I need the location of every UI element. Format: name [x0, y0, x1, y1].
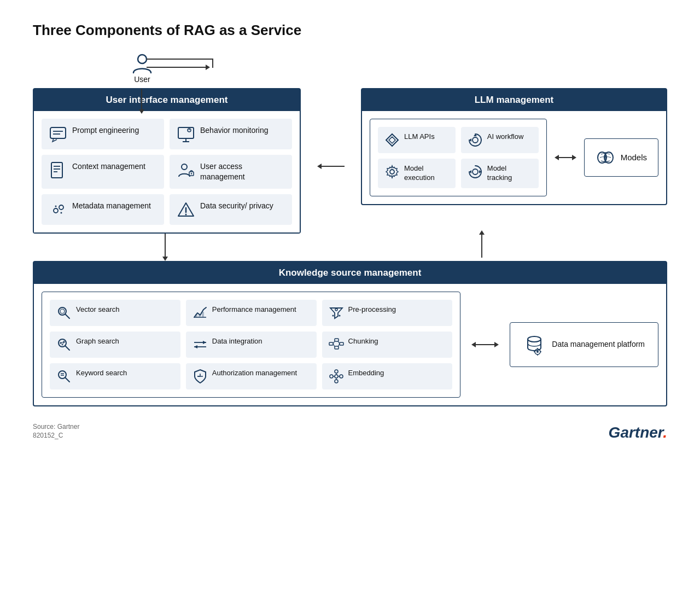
svg-marker-22	[317, 164, 322, 169]
svg-rect-60	[340, 342, 343, 345]
svg-rect-40	[195, 314, 197, 317]
uim-item-prompt-text: Prompt engineering	[72, 125, 139, 136]
ksm-item-keyword-text: Keyword search	[76, 369, 127, 378]
uim-item-user-access: User access management	[170, 155, 292, 189]
llm-panel: LLM management LLM APIs	[361, 88, 667, 205]
svg-point-15	[54, 208, 58, 213]
ksm-item-data-integration: Data integration	[186, 332, 317, 358]
svg-line-63	[338, 341, 340, 344]
uim-item-metadata-text: Metadata management	[72, 201, 151, 211]
network-icon	[329, 337, 344, 352]
gear-icon	[384, 164, 400, 179]
arrows-h-icon	[192, 337, 208, 352]
uim-item-behavior-text: Behavior monitoring	[200, 125, 269, 136]
svg-point-23	[472, 137, 478, 143]
footer-code: 820152_C	[33, 432, 667, 439]
llm-models-arrow	[555, 152, 576, 163]
ksm-item-authorization-text: Authorization management	[212, 369, 297, 378]
uim-llm-arrow	[317, 161, 345, 172]
uim-item-behavior-monitoring: Behavior monitoring	[170, 119, 292, 149]
llm-header: LLM management	[362, 89, 666, 111]
left-arrow-icon	[317, 161, 345, 172]
llm-item-tracking-text: Model tracking	[487, 164, 532, 183]
svg-rect-41	[199, 315, 201, 317]
search-doc-icon	[56, 369, 72, 384]
svg-point-12	[182, 164, 187, 170]
llm-grid: LLM APIs AI workflow	[378, 127, 539, 188]
ksm-header: Knowledge source management	[34, 262, 666, 284]
ksm-item-vector-text: Vector search	[76, 305, 120, 315]
user-arrow-back	[147, 59, 212, 60]
uim-item-metadata: Metadata management	[42, 194, 164, 225]
ksm-panel: Knowledge source management Vector searc…	[33, 261, 667, 406]
dmp-text: Data management platform	[552, 339, 645, 350]
gartner-logo: Gartner.	[609, 424, 667, 441]
ksm-inner-box: Vector search Performance management	[42, 292, 460, 398]
uim-item-data-security: Data security/ privacy	[170, 194, 292, 225]
ksm-dmp-arrow	[471, 339, 499, 350]
svg-point-72	[330, 375, 333, 378]
main-title: Three Components of RAG as a Service	[33, 22, 667, 39]
arrow-user-down	[141, 89, 142, 111]
footer-source: Source: Gartner	[33, 423, 667, 431]
chart-up-icon	[192, 305, 208, 321]
svg-rect-57	[329, 342, 333, 345]
uim-item-security-text: Data security/ privacy	[200, 201, 273, 211]
svg-line-66	[65, 377, 69, 382]
search-graph-icon	[56, 337, 72, 352]
models-text: Models	[621, 153, 647, 162]
svg-point-0	[138, 55, 147, 63]
shield-icon	[192, 369, 208, 384]
monitor-icon	[177, 125, 195, 143]
svg-point-18	[61, 212, 62, 213]
svg-rect-4	[178, 127, 194, 138]
ksm-item-vector-search: Vector search	[50, 300, 180, 326]
svg-marker-82	[471, 342, 476, 347]
svg-point-26	[390, 170, 394, 174]
uim-header: User interface management	[34, 89, 300, 111]
svg-rect-1	[50, 127, 66, 138]
llm-inner-box: LLM APIs AI workflow	[370, 119, 547, 196]
ksm-item-authorization: Authorization management	[186, 363, 317, 389]
arrow-uim-ksm	[165, 234, 166, 258]
ksm-item-graph-search: Graph search	[50, 332, 180, 358]
svg-point-14	[191, 173, 192, 174]
ksm-item-chunking: Chunking	[322, 332, 453, 358]
nodes-icon	[329, 369, 344, 384]
user-figure: User	[131, 52, 153, 84]
user-bracket-right	[212, 59, 213, 68]
dmp-box: Data management platform	[510, 322, 658, 367]
svg-marker-32	[572, 155, 576, 160]
svg-line-47	[65, 346, 69, 350]
svg-point-27	[472, 169, 478, 175]
uim-item-context-text: Context management	[72, 161, 145, 172]
ksm-item-preprocessing-text: Pre-processing	[348, 305, 396, 315]
svg-point-16	[59, 205, 63, 210]
llm-item-workflow-text: AI workflow	[487, 132, 523, 142]
sync-gear-icon	[468, 132, 483, 148]
svg-point-38	[60, 309, 65, 313]
search-circle-icon	[56, 305, 72, 321]
mid-arrows	[33, 234, 667, 261]
svg-line-37	[65, 314, 69, 318]
svg-marker-54	[203, 341, 206, 344]
svg-point-74	[340, 375, 343, 378]
brain-icon	[596, 148, 615, 167]
ksm-body: Vector search Performance management	[34, 284, 666, 405]
ksm-item-preprocessing: Pre-processing	[322, 300, 453, 326]
uim-grid: Prompt engineering Behavior monitoring	[42, 119, 292, 225]
llm-item-model-tracking: Model tracking	[461, 159, 539, 188]
user-icon	[131, 52, 153, 74]
svg-rect-42	[202, 312, 204, 317]
bidirectional-arrow-icon	[555, 152, 576, 163]
sync-gear2-icon	[468, 164, 483, 179]
svg-marker-31	[555, 155, 559, 160]
gear-multi-icon	[49, 201, 67, 218]
svg-rect-59	[335, 346, 339, 349]
svg-point-86	[536, 351, 539, 353]
diamond-icon	[384, 132, 400, 148]
svg-point-43	[335, 309, 337, 311]
ksm-item-embedding-text: Embedding	[348, 369, 384, 378]
llm-body: LLM APIs AI workflow	[362, 111, 666, 204]
svg-rect-8	[51, 162, 62, 178]
